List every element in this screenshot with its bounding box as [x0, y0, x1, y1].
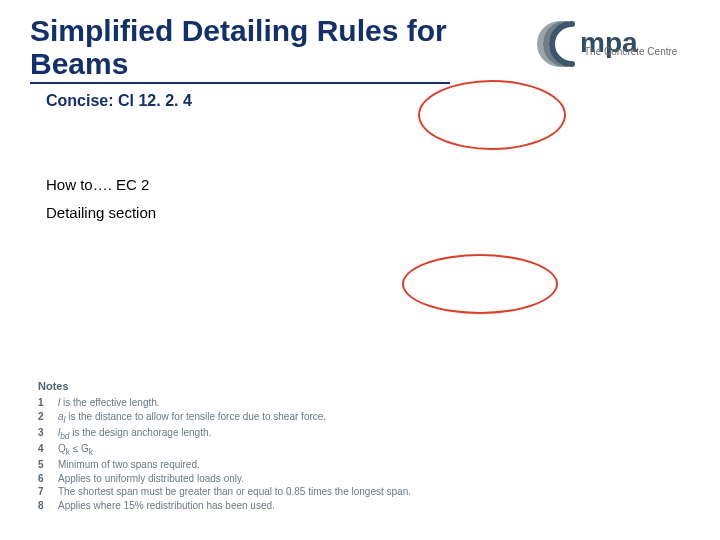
note-text: Minimum of two spans required.	[58, 458, 200, 472]
note-item: 4Qk ≤ Gk	[38, 442, 458, 458]
notes-block: Notes 1l is the effective length. 2al is…	[38, 380, 458, 512]
note-item: 5Minimum of two spans required.	[38, 458, 458, 472]
note-text: Applies to uniformly distributed loads o…	[58, 472, 244, 486]
annotation-ellipse-1	[418, 80, 566, 150]
note-text: Qk ≤ Gk	[58, 442, 93, 458]
page-title: Simplified Detailing Rules for Beams	[30, 14, 450, 84]
note-num: 4	[38, 442, 48, 458]
notes-list: 1l is the effective length. 2al is the d…	[38, 396, 458, 512]
note-item: 2al is the distance to allow for tensile…	[38, 410, 458, 426]
note-item: 1l is the effective length.	[38, 396, 458, 410]
note-item: 3lbd is the design anchorage length.	[38, 426, 458, 442]
note-num: 7	[38, 485, 48, 499]
notes-heading: Notes	[38, 380, 458, 392]
note-text: al is the distance to allow for tensile …	[58, 410, 326, 426]
mpa-logo-svg: mpa	[532, 14, 702, 70]
note-item: 6Applies to uniformly distributed loads …	[38, 472, 458, 486]
note-text: lbd is the design anchorage length.	[58, 426, 211, 442]
note-num: 2	[38, 410, 48, 426]
note-text: l is the effective length.	[58, 396, 160, 410]
annotation-ellipse-2	[402, 254, 558, 314]
note-num: 1	[38, 396, 48, 410]
slide: Simplified Detailing Rules for Beams Con…	[0, 0, 720, 540]
note-item: 7The shortest span must be greater than …	[38, 485, 458, 499]
note-num: 8	[38, 499, 48, 513]
note-item: 8Applies where 15% redistribution has be…	[38, 499, 458, 513]
mpa-logo-sub: The Concrete Centre	[584, 46, 702, 57]
detailing-line: Detailing section	[46, 204, 156, 221]
howto-line: How to…. EC 2	[46, 176, 149, 193]
concise-ref: Concise: Cl 12. 2. 4	[46, 92, 192, 110]
note-num: 3	[38, 426, 48, 442]
note-text: Applies where 15% redistribution has bee…	[58, 499, 275, 513]
note-num: 6	[38, 472, 48, 486]
note-num: 5	[38, 458, 48, 472]
note-text: The shortest span must be greater than o…	[58, 485, 411, 499]
mpa-logo: mpa	[532, 14, 702, 70]
